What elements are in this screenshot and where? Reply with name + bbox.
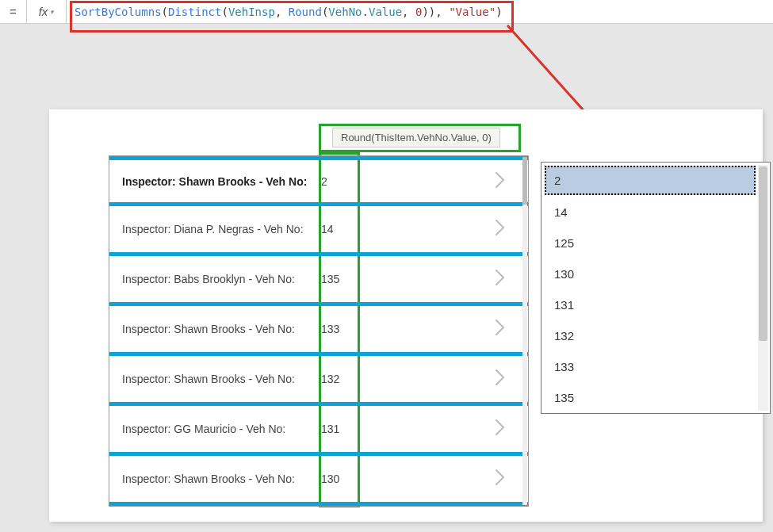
gallery-row-number: 14 (312, 223, 351, 235)
listbox-control[interactable]: 214125130131132133135 (541, 162, 771, 414)
gallery-row[interactable]: Inspector: Shawn Brooks - Veh No:130 (109, 456, 528, 506)
gallery-row-label: Inspector: Babs Brooklyn - Veh No: (109, 273, 312, 285)
gallery-row-number: 130 (312, 473, 351, 485)
chevron-down-icon: ▾ (50, 8, 54, 16)
gallery-row[interactable]: Inspector: Babs Brooklyn - Veh No:135 (109, 256, 528, 306)
tok-sortby: SortByColumns (75, 6, 162, 18)
listbox-item[interactable]: 14 (545, 197, 756, 228)
tok-p3: ( (322, 6, 328, 18)
chevron-right-icon[interactable] (495, 469, 506, 489)
tok-zero: 0 (415, 6, 422, 18)
gallery-row-number: 132 (312, 373, 351, 385)
chevron-right-icon[interactable] (495, 171, 506, 192)
gallery-row-label: Inspector: Shawn Brooks - Veh No: (109, 323, 312, 335)
listbox-item[interactable]: 131 (545, 289, 756, 320)
chevron-right-icon[interactable] (495, 419, 506, 439)
tok-distinct: Distinct (168, 6, 221, 18)
gallery-row[interactable]: Inspector: GG Mauricio - Veh No:131 (109, 406, 528, 456)
gallery-row-label: Inspector: GG Mauricio - Veh No: (109, 423, 312, 435)
gallery-row-number: 133 (312, 323, 351, 335)
listbox-item[interactable]: 125 (545, 228, 756, 258)
formula-bar: = fx ▾ SortByColumns(Distinct(VehInsp, R… (0, 0, 773, 24)
chevron-right-icon[interactable] (495, 269, 506, 289)
fx-label: fx (39, 5, 48, 18)
chevron-right-icon[interactable] (495, 369, 506, 389)
gallery-scroll-thumb[interactable] (522, 157, 527, 205)
gallery-row-number: 135 (312, 273, 351, 285)
gallery-row[interactable]: Inspector: Shawn Brooks - Veh No:2 (109, 156, 528, 206)
gallery-row-label: Inspector: Diana P. Negras - Veh No: (109, 223, 312, 235)
chevron-right-icon[interactable] (495, 319, 506, 339)
listbox-item[interactable]: 132 (545, 320, 756, 351)
gallery-row-label: Inspector: Shawn Brooks - Veh No: (109, 373, 312, 385)
gallery-scrollbar[interactable] (522, 157, 527, 505)
gallery-control[interactable]: Inspector: Shawn Brooks - Veh No:2Inspec… (109, 155, 529, 507)
equals-label: = (0, 0, 27, 23)
gallery-row[interactable]: Inspector: Diana P. Negras - Veh No:14 (109, 206, 528, 256)
listbox-scroll-thumb[interactable] (759, 166, 767, 341)
gallery-row[interactable]: Inspector: Shawn Brooks - Veh No:133 (109, 306, 528, 356)
tok-round: Round (289, 6, 322, 18)
tok-vehno: VehNo (328, 6, 362, 18)
listbox-item[interactable]: 133 (545, 351, 756, 382)
gallery-row-number: 131 (312, 423, 351, 435)
tok-p5: ) (496, 6, 502, 18)
listbox-item[interactable]: 130 (545, 258, 756, 289)
listbox-item[interactable]: 135 (545, 382, 756, 410)
formula-input[interactable]: SortByColumns(Distinct(VehInsp, Round(Ve… (67, 0, 773, 23)
tok-vehinsp: VehInsp (228, 6, 275, 18)
gallery-row-label: Inspector: Shawn Brooks - Veh No: (109, 473, 312, 485)
tok-c3: , (435, 6, 449, 18)
tok-dot: . (362, 6, 369, 18)
tok-c2: , (402, 6, 415, 18)
column-formula-tooltip: Round(ThisItem.VehNo.Value, 0) (332, 128, 500, 147)
gallery-row-number: 2 (312, 175, 351, 188)
tok-strval: "Value" (449, 6, 496, 18)
fx-dropdown[interactable]: fx ▾ (27, 0, 67, 23)
chevron-right-icon[interactable] (495, 219, 506, 239)
listbox-scrollbar[interactable] (758, 165, 768, 411)
gallery-row[interactable]: Inspector: Shawn Brooks - Veh No:132 (109, 356, 528, 406)
tok-p2: ( (221, 6, 228, 18)
canvas: Round(ThisItem.VehNo.Value, 0) Inspector… (49, 109, 763, 522)
gallery-row-label: Inspector: Shawn Brooks - Veh No: (109, 175, 312, 188)
tok-value: Value (369, 6, 402, 18)
tok-p4: )) (422, 6, 435, 18)
listbox-item-selected[interactable]: 2 (545, 166, 756, 195)
tok-p1: ( (162, 6, 168, 18)
tok-c1: , (275, 6, 289, 18)
